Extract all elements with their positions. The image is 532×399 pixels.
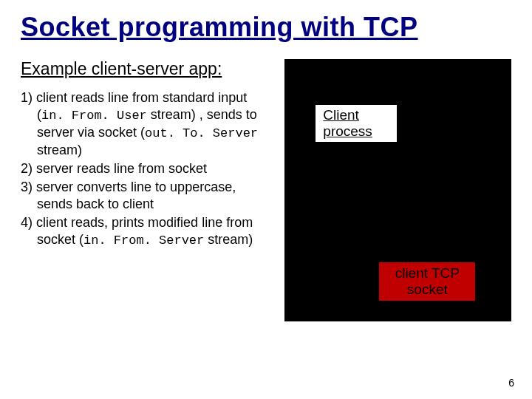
slide: Socket programming with TCP Example clie…	[0, 0, 532, 399]
code-inline: out. To. Server	[145, 126, 258, 140]
step-1: 1) client reads line from standard input…	[21, 89, 273, 159]
step-text: server reads line from socket	[36, 161, 207, 176]
client-process-box: Client process	[316, 105, 397, 142]
step-num: 4)	[21, 215, 33, 230]
step-num: 2)	[21, 161, 33, 176]
step-3: 3) server converts line to uppercase, se…	[21, 179, 273, 213]
content-columns: Example client-server app: 1) client rea…	[21, 59, 511, 321]
step-text: stream)	[204, 232, 253, 247]
step-num: 1)	[21, 90, 33, 105]
step-num: 3)	[21, 180, 33, 194]
subheading: Example client-server app:	[21, 59, 273, 79]
page-number: 6	[508, 377, 514, 389]
step-text: server converts line to uppercase, sends…	[36, 180, 236, 211]
code-inline: in. From. User	[41, 109, 147, 123]
step-4: 4) client reads, prints modified line fr…	[21, 214, 273, 249]
step-text: stream)	[37, 143, 82, 157]
diagram-panel: Client process client TCP socket	[284, 59, 511, 321]
client-tcp-socket-box: client TCP socket	[379, 262, 475, 301]
slide-title: Socket programming with TCP	[21, 12, 511, 43]
steps-list: 1) client reads line from standard input…	[21, 89, 273, 248]
text-column: Example client-server app: 1) client rea…	[21, 59, 280, 321]
code-inline: in. From. Server	[83, 233, 204, 248]
step-2: 2) server reads line from socket	[21, 160, 273, 177]
